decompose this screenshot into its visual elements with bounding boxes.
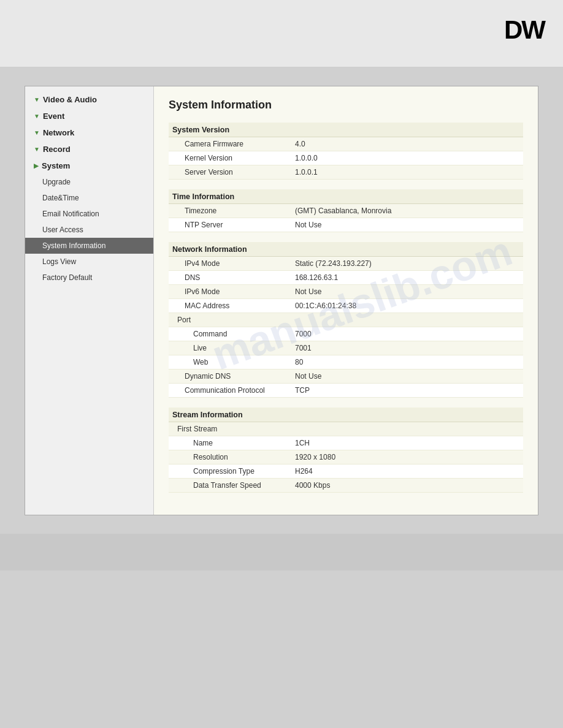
- sidebar-label-network: Network: [43, 128, 74, 137]
- row-data-transfer-speed: Data Transfer Speed 4000 Kbps: [169, 479, 523, 493]
- section-time-information: Time Information Timezone (GMT) Casablan…: [169, 189, 523, 232]
- label-ipv4-mode: IPv4 Mode: [172, 259, 295, 268]
- sidebar-item-upgrade[interactable]: Upgrade: [25, 174, 153, 190]
- value-camera-firmware: 4.0: [295, 140, 305, 148]
- row-server-version: Server Version 1.0.0.1: [169, 165, 523, 180]
- value-kernel-version: 1.0.0.0: [295, 154, 318, 162]
- label-port-live: Live: [172, 344, 295, 352]
- row-stream-name: Name 1CH: [169, 436, 523, 450]
- sidebar-item-logs-view[interactable]: Logs View: [25, 254, 153, 270]
- bottom-bar: [0, 534, 563, 571]
- sidebar-label-record: Record: [43, 145, 71, 154]
- label-dynamic-dns: Dynamic DNS: [172, 372, 295, 381]
- sidebar-item-factory-default[interactable]: Factory Default: [25, 270, 153, 286]
- value-port-live: 7001: [295, 344, 312, 352]
- value-stream-name: 1CH: [295, 439, 310, 447]
- section-header-stream-information: Stream Information: [169, 408, 523, 422]
- sidebar: ▼ Video & Audio ▼ Event ▼ Network ▼ Reco…: [25, 86, 154, 515]
- subsection-first-stream: First Stream: [169, 422, 523, 436]
- top-header: DW: [0, 0, 563, 67]
- sidebar-item-video-audio[interactable]: ▼ Video & Audio: [25, 91, 153, 108]
- sidebar-item-event[interactable]: ▼ Event: [25, 108, 153, 124]
- sidebar-label-factory-default: Factory Default: [42, 273, 92, 282]
- sidebar-label-video-audio: Video & Audio: [43, 95, 97, 104]
- sidebar-label-system: System: [42, 161, 70, 170]
- sidebar-item-email-notification[interactable]: Email Notification: [25, 206, 153, 222]
- section-system-version: System Version Camera Firmware 4.0 Kerne…: [169, 123, 523, 180]
- label-port-web: Web: [172, 358, 295, 366]
- label-communication-protocol: Communication Protocol: [172, 386, 295, 395]
- section-header-system-version: System Version: [169, 123, 523, 137]
- row-port-command: Command 7000: [169, 327, 523, 341]
- main-area: ▼ Video & Audio ▼ Event ▼ Network ▼ Reco…: [0, 67, 563, 534]
- panel-container: ▼ Video & Audio ▼ Event ▼ Network ▼ Reco…: [25, 86, 538, 515]
- sidebar-label-upgrade: Upgrade: [42, 178, 71, 186]
- row-timezone: Timezone (GMT) Casablanca, Monrovia: [169, 204, 523, 218]
- label-ntp-server: NTP Server: [172, 221, 295, 229]
- sidebar-item-datetime[interactable]: Date&Time: [25, 190, 153, 206]
- label-port-command: Command: [172, 330, 295, 338]
- row-ntp-server: NTP Server Not Use: [169, 218, 523, 232]
- value-dynamic-dns: Not Use: [295, 372, 321, 381]
- sidebar-item-user-access[interactable]: User Access: [25, 222, 153, 238]
- value-port-command: 7000: [295, 330, 312, 338]
- sidebar-label-email-notification: Email Notification: [42, 210, 99, 218]
- value-stream-resolution: 1920 x 1080: [295, 453, 335, 461]
- sidebar-label-logs-view: Logs View: [42, 257, 76, 266]
- content-area: System Information System Version Camera…: [154, 86, 538, 515]
- panel-wrapper: ▼ Video & Audio ▼ Event ▼ Network ▼ Reco…: [25, 86, 538, 515]
- arrow-icon-network: ▼: [34, 129, 40, 136]
- label-ipv6-mode: IPv6 Mode: [172, 287, 295, 296]
- row-ipv6-mode: IPv6 Mode Not Use: [169, 285, 523, 299]
- section-network-information: Network Information IPv4 Mode Static (72…: [169, 242, 523, 398]
- label-camera-firmware: Camera Firmware: [172, 140, 295, 148]
- label-timezone: Timezone: [172, 207, 295, 215]
- sidebar-label-system-information: System Information: [42, 241, 105, 250]
- section-header-time-information: Time Information: [169, 189, 523, 204]
- sidebar-label-user-access: User Access: [42, 226, 83, 234]
- row-camera-firmware: Camera Firmware 4.0: [169, 137, 523, 151]
- label-stream-resolution: Resolution: [172, 453, 295, 461]
- sidebar-item-record[interactable]: ▼ Record: [25, 141, 153, 157]
- arrow-icon-video-audio: ▼: [34, 96, 40, 103]
- row-ipv4-mode: IPv4 Mode Static (72.243.193.227): [169, 257, 523, 271]
- row-stream-resolution: Resolution 1920 x 1080: [169, 450, 523, 464]
- subsection-port: Port: [169, 313, 523, 327]
- section-stream-information: Stream Information First Stream Name 1CH…: [169, 408, 523, 493]
- value-port-web: 80: [295, 358, 303, 366]
- sidebar-item-system-information[interactable]: System Information: [25, 238, 153, 254]
- sidebar-label-event: Event: [43, 112, 64, 121]
- arrow-icon-event: ▼: [34, 113, 40, 119]
- label-compression-type: Compression Type: [172, 467, 295, 476]
- label-stream-name: Name: [172, 439, 295, 447]
- row-dns: DNS 168.126.63.1: [169, 271, 523, 285]
- row-communication-protocol: Communication Protocol TCP: [169, 384, 523, 398]
- page-title: System Information: [169, 99, 523, 112]
- value-dns: 168.126.63.1: [295, 273, 338, 282]
- label-dns: DNS: [172, 273, 295, 282]
- arrow-icon-system: ▶: [34, 162, 39, 169]
- label-data-transfer-speed: Data Transfer Speed: [172, 481, 295, 490]
- row-compression-type: Compression Type H264: [169, 464, 523, 479]
- value-communication-protocol: TCP: [295, 386, 310, 395]
- row-port-live: Live 7001: [169, 341, 523, 355]
- label-server-version: Server Version: [172, 168, 295, 176]
- label-mac-address: MAC Address: [172, 301, 295, 310]
- sidebar-item-network[interactable]: ▼ Network: [25, 124, 153, 141]
- value-mac-address: 00:1C:A6:01:24:38: [295, 301, 356, 310]
- row-kernel-version: Kernel Version 1.0.0.0: [169, 151, 523, 165]
- value-compression-type: H264: [295, 467, 313, 476]
- sidebar-label-datetime: Date&Time: [42, 194, 79, 202]
- value-ipv4-mode: Static (72.243.193.227): [295, 259, 372, 268]
- value-ipv6-mode: Not Use: [295, 287, 321, 296]
- row-port-web: Web 80: [169, 355, 523, 370]
- value-timezone: (GMT) Casablanca, Monrovia: [295, 207, 391, 215]
- sidebar-item-system[interactable]: ▶ System: [25, 157, 153, 174]
- value-data-transfer-speed: 4000 Kbps: [295, 481, 330, 490]
- section-header-network-information: Network Information: [169, 242, 523, 257]
- dw-logo: DW: [504, 15, 545, 45]
- value-server-version: 1.0.0.1: [295, 168, 318, 176]
- arrow-icon-record: ▼: [34, 146, 40, 153]
- value-ntp-server: Not Use: [295, 221, 321, 229]
- row-dynamic-dns: Dynamic DNS Not Use: [169, 370, 523, 384]
